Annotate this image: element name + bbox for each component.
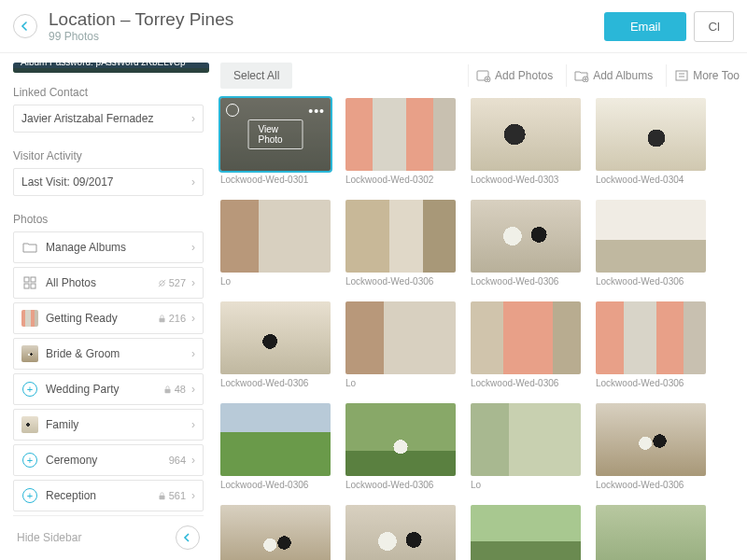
album-password-bar: Album Password: pAssWord zKbELvCp bbox=[13, 63, 209, 73]
chevron-right-icon: › bbox=[191, 489, 195, 502]
manage-albums-row[interactable]: Manage Albums › bbox=[13, 231, 204, 263]
chevron-right-icon: › bbox=[191, 241, 195, 254]
photo-thumb[interactable]: Lockwood-Wed-0306 bbox=[345, 403, 456, 490]
photo-thumb[interactable]: Lo bbox=[345, 301, 456, 388]
add-photo-icon bbox=[476, 69, 491, 82]
page-subtitle: 99 Photos bbox=[49, 30, 604, 43]
album-row[interactable]: +Wedding Party48› bbox=[13, 373, 204, 405]
all-photos-row[interactable]: All Photos 527 › bbox=[13, 267, 204, 299]
photo-image bbox=[471, 98, 581, 171]
svg-rect-1 bbox=[31, 277, 35, 282]
linked-contact-row[interactable]: Javier Aristzabal Fernadez › bbox=[13, 105, 204, 133]
svg-rect-12 bbox=[676, 71, 687, 80]
plus-icon: + bbox=[21, 381, 38, 398]
photo-caption: Lo bbox=[220, 276, 331, 287]
grid-icon bbox=[21, 274, 38, 291]
client-button[interactable]: Cl bbox=[694, 11, 734, 42]
hide-sidebar-row[interactable]: Hide Sidebar bbox=[13, 515, 204, 559]
photo-image bbox=[596, 403, 706, 476]
photo-image bbox=[220, 301, 331, 374]
album-row[interactable]: +Ceremony964› bbox=[13, 444, 204, 476]
album-row[interactable]: Family› bbox=[13, 409, 204, 441]
photo-thumb[interactable]: ••• View Photo Lockwood-Wed-0301 bbox=[220, 98, 331, 185]
photo-thumb[interactable]: Lockwood-Wed-0306 bbox=[220, 301, 331, 388]
photo-image: ••• View Photo bbox=[220, 98, 331, 171]
album-count: 216 bbox=[158, 313, 186, 324]
email-button[interactable]: Email bbox=[604, 12, 687, 41]
chevron-right-icon: › bbox=[191, 312, 195, 325]
photo-caption: Lockwood-Wed-0306 bbox=[345, 276, 456, 287]
view-photo-button[interactable]: View Photo bbox=[248, 119, 303, 149]
back-button[interactable] bbox=[13, 14, 37, 38]
album-label: Family bbox=[46, 418, 186, 431]
photo-image bbox=[471, 505, 581, 560]
chevron-right-icon: › bbox=[191, 347, 195, 360]
photo-thumb[interactable]: Lockwood-Wed-0306 bbox=[471, 301, 581, 388]
title-block: Location – Torrey Pines 99 Photos bbox=[49, 9, 604, 43]
photo-thumb[interactable]: Lockwood-Wed-0306 bbox=[345, 200, 456, 287]
svg-rect-8 bbox=[159, 495, 164, 499]
photo-thumb[interactable]: Lockwood-Wed-0306 bbox=[220, 403, 331, 490]
add-album-icon bbox=[574, 69, 589, 82]
select-circle-icon[interactable] bbox=[226, 104, 239, 117]
album-label: Wedding Party bbox=[46, 383, 163, 396]
svg-rect-6 bbox=[159, 317, 164, 322]
album-thumb-icon bbox=[21, 345, 38, 362]
photo-thumb[interactable]: Lo bbox=[220, 200, 331, 287]
photo-thumb[interactable]: Lockwood-Wed-0306 bbox=[471, 200, 581, 287]
svg-rect-7 bbox=[164, 388, 170, 393]
photo-thumb[interactable]: Lockwood-Wed-0303 bbox=[471, 98, 581, 185]
photo-image bbox=[596, 505, 706, 560]
album-label: Bride & Groom bbox=[46, 347, 186, 360]
photo-image bbox=[471, 403, 581, 476]
album-row[interactable]: Bride & Groom› bbox=[13, 338, 204, 370]
photo-caption: Lockwood-Wed-0306 bbox=[471, 378, 581, 388]
album-count: 964 bbox=[169, 455, 186, 466]
album-label: Getting Ready bbox=[46, 312, 158, 325]
photo-thumb[interactable]: Lockwood-Wed-0304 bbox=[596, 98, 706, 185]
photo-thumb[interactable]: Lo bbox=[471, 403, 581, 490]
collapse-button[interactable] bbox=[176, 525, 200, 550]
album-count: 561 bbox=[158, 490, 186, 501]
plus-icon: + bbox=[21, 452, 38, 469]
content: Select All Add Photos Add Albums More To… bbox=[211, 53, 747, 560]
password-value: pAssWord zKbELvCp bbox=[96, 63, 186, 67]
chevron-right-icon: › bbox=[191, 175, 195, 189]
chevron-right-icon: › bbox=[191, 112, 195, 125]
select-all-button[interactable]: Select All bbox=[220, 63, 292, 89]
photo-caption: Lockwood-Wed-0303 bbox=[471, 175, 581, 185]
photo-thumb[interactable]: Lockwood-Wed-0302 bbox=[345, 98, 456, 185]
password-label: Album Password: bbox=[21, 63, 93, 67]
sidebar: Album Password: pAssWord zKbELvCp Linked… bbox=[0, 53, 211, 560]
eye-off-icon bbox=[158, 279, 166, 287]
more-tools-button[interactable]: More Too bbox=[666, 64, 747, 87]
album-row[interactable]: +Reception561› bbox=[13, 480, 204, 511]
photo-thumb[interactable]: Lockwood-Wed-0306 bbox=[596, 200, 706, 287]
album-row[interactable]: Getting Ready216› bbox=[13, 302, 204, 334]
photo-caption: Lockwood-Wed-0306 bbox=[596, 378, 706, 388]
photo-image bbox=[596, 200, 706, 273]
hero-image[interactable]: Album Password: pAssWord zKbELvCp bbox=[13, 63, 209, 73]
photo-image bbox=[596, 98, 706, 171]
photo-caption: Lockwood-Wed-0306 bbox=[220, 480, 331, 490]
photo-thumb[interactable]: Lockwood-Wed-0306 bbox=[345, 505, 456, 560]
visitor-activity-row[interactable]: Last Visit: 09/2017 › bbox=[13, 168, 204, 196]
photo-caption: Lockwood-Wed-0306 bbox=[596, 480, 706, 490]
more-dots-icon[interactable]: ••• bbox=[308, 104, 325, 119]
photo-thumb[interactable]: Lockwood-Wed-0306 bbox=[471, 505, 581, 560]
add-photos-button[interactable]: Add Photos bbox=[468, 64, 560, 87]
section-visitor-activity: Visitor Activity bbox=[13, 149, 204, 162]
photo-thumb[interactable]: Lo bbox=[596, 505, 706, 560]
photo-image bbox=[345, 403, 456, 476]
svg-rect-3 bbox=[31, 284, 35, 288]
chevron-left-icon bbox=[183, 533, 192, 542]
photo-caption: Lo bbox=[345, 378, 456, 388]
photo-caption: Lockwood-Wed-0301 bbox=[220, 175, 331, 185]
folder-icon bbox=[21, 239, 38, 256]
photo-thumb[interactable]: Lockwood-Wed-0306 bbox=[596, 301, 706, 388]
add-albums-button[interactable]: Add Albums bbox=[566, 64, 660, 87]
photo-thumb[interactable]: Lockwood-Wed-0306 bbox=[596, 403, 706, 490]
photo-thumb[interactable]: Lockwood-Wed-0306 bbox=[220, 505, 331, 560]
hide-sidebar-label: Hide Sidebar bbox=[17, 531, 81, 544]
photo-image bbox=[345, 301, 456, 374]
